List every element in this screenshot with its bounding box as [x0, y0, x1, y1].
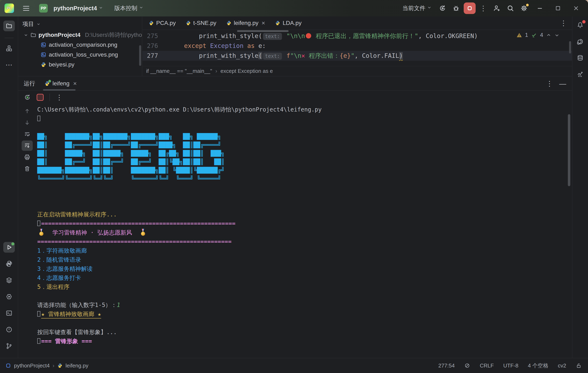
prev-problem-icon[interactable]	[546, 32, 551, 38]
tree-row-root[interactable]: pythonProject4 D:\Users\韩诗怡\python	[18, 30, 142, 40]
unknown-char-box	[37, 311, 40, 317]
run-tab-label: leifeng	[52, 80, 70, 87]
console-enter-hint: 按回车键查看【雷锋形象】...	[37, 328, 566, 337]
tab-close-icon[interactable]: ×	[262, 20, 265, 27]
left-tool-strip: ⋯	[0, 16, 18, 358]
tab-lda[interactable]: LDA.py	[270, 16, 306, 30]
structure-tool-button[interactable]	[3, 43, 15, 54]
settings-gear-icon[interactable]	[518, 2, 530, 14]
next-problem-icon[interactable]	[554, 32, 560, 38]
soft-wrap-icon[interactable]	[21, 129, 33, 139]
close-button[interactable]	[568, 2, 584, 14]
file-encoding[interactable]: UTF-8	[503, 363, 518, 369]
running-indicator	[48, 80, 51, 83]
title-bar: PC PP pythonProject4 版本控制 当前文件 ⋮	[0, 0, 588, 16]
run-tab-close-icon[interactable]: ×	[73, 80, 77, 87]
project-selector[interactable]: pythonProject4	[53, 5, 103, 12]
pycharm-window: PC PP pythonProject4 版本控制 当前文件 ⋮	[0, 0, 588, 373]
clear-console-icon[interactable]	[21, 164, 33, 174]
status-breadcrumb-file[interactable]: leifeng.py	[65, 363, 88, 369]
hide-panel-icon[interactable]: —	[559, 80, 566, 87]
project-tool-button[interactable]	[3, 21, 15, 31]
stop-sign-emoji	[306, 33, 311, 39]
unknown-char-box	[37, 116, 40, 121]
print-icon[interactable]	[21, 152, 33, 162]
rerun-button[interactable]	[437, 2, 449, 14]
maximize-button[interactable]	[550, 2, 566, 14]
stop-button[interactable]	[464, 2, 476, 14]
editor-vertical-scrollbar[interactable]	[569, 41, 571, 53]
ok-check-icon	[531, 32, 537, 38]
project-vertical-scrollbar[interactable]	[139, 45, 141, 66]
python-file-icon	[41, 62, 46, 67]
terminal-button[interactable]	[3, 308, 15, 319]
run-tool-button[interactable]	[3, 242, 15, 253]
tab-label: LDA.py	[283, 20, 302, 26]
indent-setting[interactable]: 4 个空格	[528, 362, 548, 369]
ascii-art-line: ██╗ ███████╗██╗███████╗███████╗███╗ ██╗ …	[37, 132, 566, 141]
highlighting-level-icon[interactable]	[464, 363, 470, 369]
right-tool-strip	[572, 16, 588, 358]
sciview-chart-button[interactable]	[574, 69, 586, 80]
line-number: 276	[142, 41, 165, 51]
stop-process-button[interactable]	[35, 92, 45, 103]
line-number: 275	[142, 31, 165, 41]
down-stack-trace-icon[interactable]	[21, 117, 33, 128]
main-menu-button[interactable]	[21, 3, 32, 14]
tab-pca[interactable]: PCA.py	[144, 16, 181, 30]
file-name: beiyesi.py	[49, 61, 74, 68]
ascii-art-line: ██║ █████╗ ██║█████╗ █████╗ ██╔██╗ ██║██…	[37, 149, 566, 158]
problems-button[interactable]	[3, 324, 15, 335]
search-icon[interactable]	[504, 2, 516, 14]
menu-item: 3．志愿服务精神解读	[37, 264, 566, 273]
tab-leifeng-active[interactable]: leifeng.py ×	[221, 16, 270, 30]
run-toolbar: ⋮	[18, 91, 572, 104]
ai-assistant-button[interactable]	[574, 36, 586, 47]
vcs-menu[interactable]: 版本控制	[114, 4, 143, 12]
services-layers-button[interactable]	[3, 275, 15, 286]
settings-update-badge	[526, 4, 529, 6]
notifications-bell-icon[interactable]	[574, 20, 586, 31]
tree-row-file[interactable]: activation_loss_curves.png	[18, 50, 142, 60]
chevron-down-icon[interactable]	[36, 22, 41, 26]
up-stack-trace-icon[interactable]	[21, 106, 33, 116]
indent-guide	[207, 51, 207, 61]
unlock-icon[interactable]	[576, 363, 582, 369]
python-console-button[interactable]	[3, 259, 15, 269]
status-breadcrumb-project[interactable]: pythonProject4	[14, 363, 50, 369]
run-anything-button[interactable]	[3, 291, 15, 302]
code-with-me-button[interactable]	[491, 2, 503, 14]
tab-tsne[interactable]: t-SNE.py	[181, 16, 221, 30]
strip-divider	[5, 38, 14, 38]
tree-row-file[interactable]: activation_comparison.png	[18, 40, 142, 50]
line-ending[interactable]: CRLF	[480, 363, 494, 369]
rerun-button[interactable]	[22, 92, 33, 103]
status-bar: pythonProject4 › leifeng.py 277:54 CRLF …	[0, 358, 588, 373]
breadcrumb-item[interactable]: except Exception as e	[220, 68, 273, 74]
caret-position[interactable]: 277:54	[438, 363, 455, 369]
minimize-button[interactable]	[532, 2, 548, 14]
run-panel-options-icon[interactable]: ⋮	[546, 80, 553, 87]
more-actions-button[interactable]: ⋮	[477, 2, 489, 14]
run-tool-label[interactable]: 运行	[18, 80, 41, 87]
inspections-widget[interactable]: 1 4	[516, 32, 560, 38]
tab-options-icon[interactable]: ⋮	[560, 20, 572, 27]
chevron-expanded-icon[interactable]	[24, 33, 28, 37]
run-tab-leifeng[interactable]: leifeng ×	[41, 76, 81, 91]
run-panel: 运行 leifeng × ⋮ — ⋮	[18, 76, 572, 358]
database-button[interactable]	[574, 53, 586, 63]
tree-row-file[interactable]: beiyesi.py	[18, 60, 142, 70]
breadcrumb-item[interactable]: if __name__ == "__main__"	[146, 68, 212, 74]
warning-icon	[516, 32, 522, 38]
git-branch-button[interactable]	[3, 341, 15, 352]
more-tool-windows-button[interactable]: ⋯	[3, 60, 15, 70]
editor-area: PCA.py t-SNE.py leifeng.py × LDA.py ⋮	[142, 16, 572, 76]
scroll-to-end-icon[interactable]	[21, 141, 33, 151]
console-vertical-scrollbar[interactable]	[568, 114, 570, 186]
debug-button[interactable]	[450, 2, 462, 14]
python-interpreter[interactable]: cv2	[558, 363, 566, 369]
console-output[interactable]: C:\Users\韩诗怡\.conda\envs\cv2\python.exe …	[37, 105, 566, 358]
code-area[interactable]: 275 print_with_style(text: "\n\n 程序已退出，愿…	[142, 30, 572, 66]
console-options-icon[interactable]: ⋮	[54, 92, 65, 103]
run-configuration-selector[interactable]: 当前文件	[402, 4, 431, 12]
